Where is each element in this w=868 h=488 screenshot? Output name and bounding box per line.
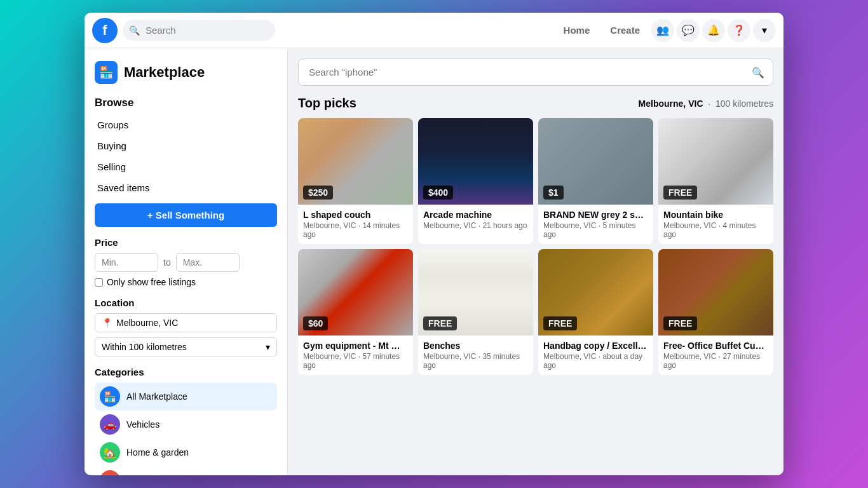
item-location-item-5: Melbourne, VIC · 57 minutes ago <box>303 352 408 370</box>
sidebar: 🏪 Marketplace Browse Groups Buying Selli… <box>85 48 288 475</box>
categories-label: Categories <box>95 367 277 377</box>
item-title-item-5: Gym equipment - Mt Waverley pi... <box>303 341 408 351</box>
item-title-item-8: Free- Office Buffet Cupboard <box>663 341 768 351</box>
buying-label: Buying <box>97 140 126 151</box>
location-pin-icon: 📍 <box>102 318 112 328</box>
item-location-item-1: Melbourne, VIC · 14 minutes ago <box>303 221 408 239</box>
item-card-item-8[interactable]: FREE Free- Office Buffet Cupboard Melbou… <box>658 249 773 375</box>
topbar-search-wrap: 🔍 <box>123 20 275 41</box>
free-listings-checkbox-label[interactable]: Only show free listings <box>95 277 277 287</box>
item-price-badge-item-6: FREE <box>423 316 457 330</box>
price-max-input[interactable] <box>176 253 240 272</box>
item-info-item-2: Arcade machine Melbourne, VIC · 21 hours… <box>418 205 533 235</box>
item-info-item-6: Benches Melbourne, VIC · 35 minutes ago <box>418 336 533 375</box>
groups-label: Groups <box>97 119 128 130</box>
item-location-item-2: Melbourne, VIC · 21 hours ago <box>423 221 528 230</box>
item-title-item-7: Handbag copy / Excellent condit... <box>543 341 648 351</box>
item-card-item-6[interactable]: FREE Benches Melbourne, VIC · 35 minutes… <box>418 249 533 375</box>
item-card-item-4[interactable]: FREE Mountain bike Melbourne, VIC · 4 mi… <box>658 118 773 244</box>
price-label: Price <box>95 237 277 248</box>
marketplace-title: Marketplace <box>124 64 205 81</box>
categories-list: 🏪 All Marketplace 🚗 Vehicles 🏡 Home & ga… <box>95 383 277 475</box>
sidebar-item-housing[interactable]: 🏠 Housing <box>95 466 277 475</box>
sidebar-item-home-garden[interactable]: 🏡 Home & garden <box>95 438 277 466</box>
item-image-item-8: FREE <box>658 249 773 336</box>
item-info-item-5: Gym equipment - Mt Waverley pi... Melbou… <box>298 336 413 375</box>
home-garden-icon: 🏡 <box>100 442 120 463</box>
item-title-item-3: BRAND NEW grey 2 seater sofa ... <box>543 210 648 220</box>
friends-icon-btn[interactable]: 👥 <box>651 19 674 42</box>
main-search-input[interactable] <box>298 58 773 86</box>
help-icon-btn[interactable]: ❓ <box>728 19 750 42</box>
item-price-badge-item-1: $250 <box>303 186 333 200</box>
item-price-badge-item-2: $400 <box>423 186 453 200</box>
item-card-item-7[interactable]: FREE Handbag copy / Excellent condit... … <box>538 249 653 375</box>
more-icon-btn[interactable]: ▾ <box>753 19 776 42</box>
item-card-item-2[interactable]: $400 Arcade machine Melbourne, VIC · 21 … <box>418 118 533 244</box>
radius-chevron-icon: ▾ <box>266 342 270 352</box>
marketplace-header: 🏪 Marketplace <box>85 56 287 94</box>
location-input[interactable]: 📍 Melbourne, VIC <box>95 313 277 332</box>
sidebar-item-vehicles[interactable]: 🚗 Vehicles <box>95 410 277 438</box>
item-price-badge-item-4: FREE <box>663 186 697 200</box>
messenger-icon-btn[interactable]: 💬 <box>677 19 700 42</box>
item-info-item-3: BRAND NEW grey 2 seater sofa ... Melbour… <box>538 205 653 244</box>
item-card-item-5[interactable]: $60 Gym equipment - Mt Waverley pi... Me… <box>298 249 413 375</box>
sidebar-item-saved[interactable]: Saved items <box>87 177 285 198</box>
notifications-icon-btn[interactable]: 🔔 <box>702 19 725 42</box>
nav-create[interactable]: Create <box>601 21 649 39</box>
location-section: Location 📍 Melbourne, VIC Within 100 kil… <box>85 292 287 362</box>
item-image-item-5: $60 <box>298 249 413 336</box>
item-location-item-3: Melbourne, VIC · 5 minutes ago <box>543 221 648 239</box>
items-grid: $250 L shaped couch Melbourne, VIC · 14 … <box>298 118 773 375</box>
main-layout: 🏪 Marketplace Browse Groups Buying Selli… <box>85 48 783 475</box>
item-price-badge-item-3: $1 <box>543 186 564 200</box>
item-title-item-4: Mountain bike <box>663 210 768 220</box>
sidebar-item-all-marketplace[interactable]: 🏪 All Marketplace <box>95 383 277 410</box>
saved-label: Saved items <box>97 182 150 193</box>
item-image-item-7: FREE <box>538 249 653 336</box>
categories-section: Categories 🏪 All Marketplace 🚗 Vehicles … <box>85 362 287 475</box>
item-info-item-8: Free- Office Buffet Cupboard Melbourne, … <box>658 336 773 375</box>
item-card-item-1[interactable]: $250 L shaped couch Melbourne, VIC · 14 … <box>298 118 413 244</box>
vehicles-icon: 🚗 <box>100 414 120 435</box>
home-garden-label: Home & garden <box>126 447 189 458</box>
item-title-item-1: L shaped couch <box>303 210 408 220</box>
sell-something-button[interactable]: + Sell Something <box>95 203 277 227</box>
housing-icon: 🏠 <box>100 470 120 475</box>
all-marketplace-icon: 🏪 <box>100 386 120 407</box>
location-value: Melbourne, VIC <box>116 318 178 328</box>
item-info-item-7: Handbag copy / Excellent condit... Melbo… <box>538 336 653 375</box>
item-image-item-4: FREE <box>658 118 773 205</box>
free-listings-label: Only show free listings <box>107 277 196 287</box>
radius-select[interactable]: Within 100 kilometres ▾ <box>95 337 277 356</box>
location-info: Melbourne, VIC · 100 kilometres <box>639 98 773 109</box>
item-location-item-7: Melbourne, VIC · about a day ago <box>543 352 648 370</box>
marketplace-icon: 🏪 <box>95 61 118 84</box>
price-min-input[interactable] <box>95 253 158 272</box>
item-title-item-2: Arcade machine <box>423 210 528 220</box>
topbar-search-icon: 🔍 <box>129 25 140 36</box>
selling-label: Selling <box>97 161 126 172</box>
main-search-icon[interactable]: 🔍 <box>752 66 764 78</box>
sidebar-item-selling[interactable]: Selling <box>87 156 285 177</box>
item-price-badge-item-5: $60 <box>303 316 328 330</box>
radius-value: Within 100 kilometres <box>102 342 187 352</box>
topbar-nav: Home Create 👥 💬 🔔 ❓ ▾ <box>555 19 776 42</box>
browser-window: f 🔍 Home Create 👥 💬 🔔 ❓ ▾ 🏪 Marketplace … <box>85 13 783 475</box>
item-location-item-4: Melbourne, VIC · 4 minutes ago <box>663 221 768 239</box>
nav-home[interactable]: Home <box>555 21 599 39</box>
free-listings-checkbox[interactable] <box>95 278 103 287</box>
all-marketplace-label: All Marketplace <box>126 391 187 402</box>
item-image-item-2: $400 <box>418 118 533 205</box>
top-picks-title: Top picks <box>298 96 356 111</box>
price-section: Price to Only show free listings <box>85 232 287 292</box>
topbar-search-input[interactable] <box>123 20 275 41</box>
item-title-item-6: Benches <box>423 341 528 351</box>
browse-label: Browse <box>85 94 287 114</box>
item-card-item-3[interactable]: $1 BRAND NEW grey 2 seater sofa ... Melb… <box>538 118 653 244</box>
sidebar-item-buying[interactable]: Buying <box>87 135 285 156</box>
item-location-item-6: Melbourne, VIC · 35 minutes ago <box>423 352 528 370</box>
sidebar-item-groups[interactable]: Groups <box>87 114 285 135</box>
topbar: f 🔍 Home Create 👥 💬 🔔 ❓ ▾ <box>85 13 783 48</box>
